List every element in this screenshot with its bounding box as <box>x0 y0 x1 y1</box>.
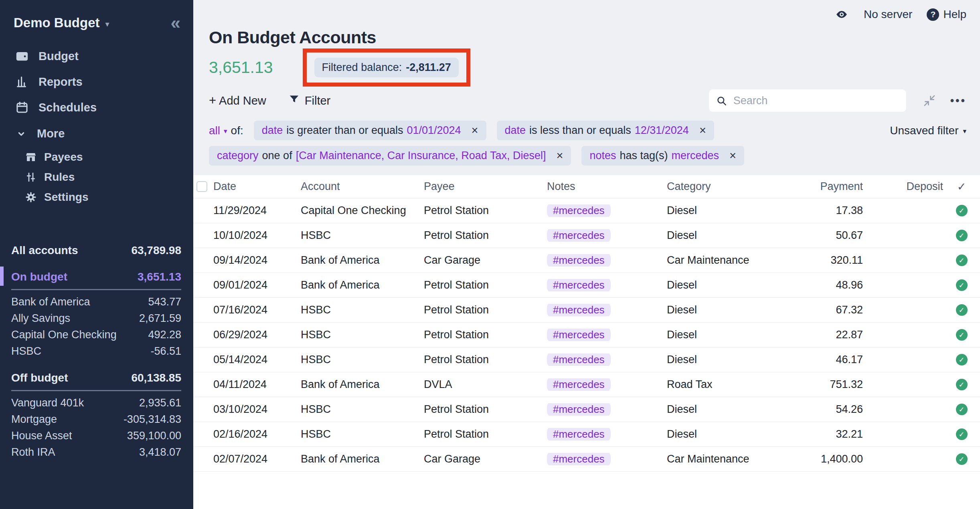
cell-payment[interactable]: 46.17 <box>788 353 863 366</box>
cell-account[interactable]: Capital One Checking <box>301 204 424 217</box>
note-tag[interactable]: #mercedes <box>547 378 611 391</box>
cell-category[interactable]: Diesel <box>667 304 788 316</box>
cell-notes[interactable]: #mercedes <box>547 453 667 465</box>
matcher-value[interactable]: all <box>209 124 220 137</box>
column-header-payee[interactable]: Payee <box>424 180 547 193</box>
cell-payment[interactable]: 320.11 <box>788 254 863 267</box>
cell-notes[interactable]: #mercedes <box>547 254 667 267</box>
sidebar-item-more[interactable]: More <box>0 121 193 146</box>
note-tag[interactable]: #mercedes <box>547 428 611 440</box>
sidebar-account-house-asset[interactable]: House Asset 359,100.00 <box>11 428 181 444</box>
transaction-row[interactable]: 07/16/2024 HSBC Petrol Station #mercedes… <box>193 298 980 323</box>
cleared-check-icon[interactable]: ✓ <box>956 379 968 390</box>
cell-date[interactable]: 10/10/2024 <box>213 229 301 242</box>
cell-cleared[interactable]: ✓ <box>943 254 980 266</box>
cell-payee[interactable]: Petrol Station <box>424 353 547 366</box>
sidebar-account-roth-ira[interactable]: Roth IRA 3,418.07 <box>11 444 181 461</box>
transaction-row[interactable]: 11/29/2024 Capital One Checking Petrol S… <box>193 198 980 223</box>
sidebar-account-bank-of-america[interactable]: Bank of America 543.77 <box>11 294 181 310</box>
cell-category[interactable]: Diesel <box>667 353 788 366</box>
cell-payee[interactable]: Petrol Station <box>424 304 547 316</box>
cell-payee[interactable]: Petrol Station <box>424 279 547 291</box>
budget-switcher[interactable]: Demo Budget ▾ <box>14 15 109 30</box>
cell-cleared[interactable]: ✓ <box>943 379 980 390</box>
filter-condition-chip[interactable]: notes has tag(s) mercedes × <box>581 146 744 166</box>
cell-account[interactable]: Bank of America <box>301 279 424 291</box>
sidebar-account-vanguard-401k[interactable]: Vanguard 401k 2,935.61 <box>11 395 181 411</box>
cell-date[interactable]: 02/16/2024 <box>213 428 301 440</box>
column-header-account[interactable]: Account <box>301 180 424 193</box>
filter-condition-chip[interactable]: date is less than or equals 12/31/2024 × <box>497 121 714 140</box>
cell-category[interactable]: Diesel <box>667 428 788 440</box>
cell-notes[interactable]: #mercedes <box>547 353 667 366</box>
more-menu-icon[interactable]: ••• <box>950 95 966 107</box>
cleared-check-icon[interactable]: ✓ <box>956 230 968 241</box>
note-tag[interactable]: #mercedes <box>547 279 611 291</box>
note-tag[interactable]: #mercedes <box>547 204 611 217</box>
cell-payee[interactable]: Car Garage <box>424 453 547 465</box>
cell-notes[interactable]: #mercedes <box>547 378 667 391</box>
note-tag[interactable]: #mercedes <box>547 229 611 242</box>
cell-notes[interactable]: #mercedes <box>547 229 667 242</box>
cell-payee[interactable]: Petrol Station <box>424 229 547 242</box>
transaction-row[interactable]: 06/29/2024 HSBC Petrol Station #mercedes… <box>193 323 980 347</box>
cell-payee[interactable]: Petrol Station <box>424 428 547 440</box>
column-header-deposit[interactable]: Deposit <box>863 180 943 193</box>
sidebar-item-schedules[interactable]: Schedules <box>0 95 193 120</box>
cell-date[interactable]: 04/11/2024 <box>213 378 301 391</box>
cleared-check-icon[interactable]: ✓ <box>956 404 968 415</box>
cell-account[interactable]: Bank of America <box>301 378 424 391</box>
note-tag[interactable]: #mercedes <box>547 254 611 267</box>
search-box[interactable] <box>709 89 906 112</box>
cell-cleared[interactable]: ✓ <box>943 428 980 440</box>
transaction-row[interactable]: 03/10/2024 HSBC Petrol Station #mercedes… <box>193 397 980 422</box>
cell-cleared[interactable]: ✓ <box>943 404 980 415</box>
cell-category[interactable]: Road Tax <box>667 378 788 391</box>
remove-condition-icon[interactable]: × <box>699 125 706 136</box>
cell-category[interactable]: Diesel <box>667 403 788 416</box>
cell-payment[interactable]: 751.32 <box>788 378 863 391</box>
note-tag[interactable]: #mercedes <box>547 329 611 341</box>
cell-account[interactable]: Bank of America <box>301 453 424 465</box>
cell-payee[interactable]: Petrol Station <box>424 403 547 416</box>
transaction-row[interactable]: 09/01/2024 Bank of America Petrol Statio… <box>193 273 980 298</box>
cell-date[interactable]: 09/14/2024 <box>213 254 301 267</box>
cell-payee[interactable]: Petrol Station <box>424 204 547 217</box>
column-header-date[interactable]: Date <box>213 180 301 193</box>
cell-cleared[interactable]: ✓ <box>943 329 980 341</box>
sidebar-item-reports[interactable]: Reports <box>0 69 193 95</box>
cell-cleared[interactable]: ✓ <box>943 354 980 366</box>
cell-account[interactable]: HSBC <box>301 428 424 440</box>
condition-matcher[interactable]: all ▾ of: <box>209 124 243 137</box>
cell-payment[interactable]: 50.67 <box>788 229 863 242</box>
cell-payment[interactable]: 22.87 <box>788 329 863 341</box>
cell-notes[interactable]: #mercedes <box>547 329 667 341</box>
privacy-eye-icon[interactable] <box>834 8 849 20</box>
note-tag[interactable]: #mercedes <box>547 304 611 316</box>
transaction-row[interactable]: 05/14/2024 HSBC Petrol Station #mercedes… <box>193 347 980 372</box>
transaction-row[interactable]: 09/14/2024 Bank of America Car Garage #m… <box>193 248 980 273</box>
total-balance[interactable]: 3,651.13 <box>209 58 273 77</box>
cell-payee[interactable]: DVLA <box>424 378 547 391</box>
cell-date[interactable]: 05/14/2024 <box>213 353 301 366</box>
cleared-check-icon[interactable]: ✓ <box>956 304 968 316</box>
cell-payee[interactable]: Petrol Station <box>424 329 547 341</box>
cleared-check-icon[interactable]: ✓ <box>956 205 968 216</box>
sidebar-item-rules[interactable]: Rules <box>0 167 193 187</box>
cell-date[interactable]: 02/07/2024 <box>213 453 301 465</box>
filter-button[interactable]: Filter <box>289 94 330 107</box>
sidebar-account-ally-savings[interactable]: Ally Savings 2,671.59 <box>11 310 181 327</box>
filter-condition-chip[interactable]: category one of [Car Maintenance, Car In… <box>209 146 571 166</box>
cleared-check-icon[interactable]: ✓ <box>956 354 968 366</box>
sidebar-item-off-budget[interactable]: Off budget 60,138.85 <box>11 372 181 391</box>
search-input[interactable] <box>733 94 899 107</box>
cell-notes[interactable]: #mercedes <box>547 204 667 217</box>
cell-category[interactable]: Diesel <box>667 204 788 217</box>
transaction-row[interactable]: 02/07/2024 Bank of America Car Garage #m… <box>193 447 980 472</box>
unsaved-filter-menu[interactable]: Unsaved filter ▾ <box>890 124 966 137</box>
cell-date[interactable]: 03/10/2024 <box>213 403 301 416</box>
cell-category[interactable]: Diesel <box>667 329 788 341</box>
note-tag[interactable]: #mercedes <box>547 353 611 366</box>
sidebar-item-payees[interactable]: Payees <box>0 147 193 167</box>
cell-payment[interactable]: 67.32 <box>788 304 863 316</box>
